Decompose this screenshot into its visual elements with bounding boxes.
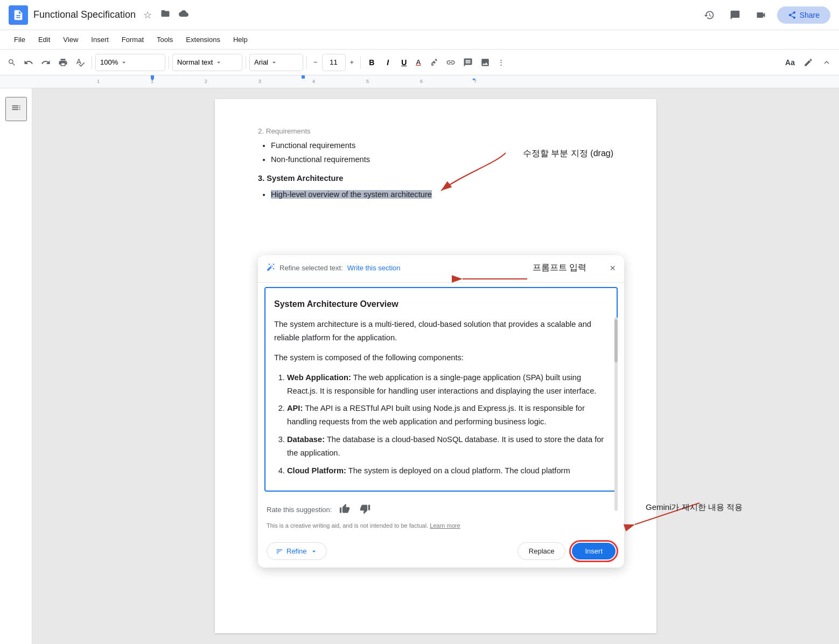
replace-button[interactable]: Replace bbox=[518, 542, 566, 560]
toolbar-right: Aa bbox=[782, 54, 835, 71]
history-button[interactable] bbox=[700, 5, 719, 25]
wand-icon bbox=[267, 262, 275, 276]
refine-dropdown-button[interactable]: Refine bbox=[267, 542, 327, 560]
spell-check-button[interactable] bbox=[72, 54, 88, 71]
rating-label: Rate this suggestion: bbox=[267, 505, 332, 516]
spellcheck-right-button[interactable]: Aa bbox=[782, 54, 798, 71]
svg-text:4: 4 bbox=[312, 79, 315, 84]
svg-rect-0 bbox=[0, 75, 839, 86]
sep2 bbox=[169, 56, 169, 69]
text-style-dropdown[interactable]: Normal text bbox=[172, 54, 242, 71]
ai-list: Web Application: The web application is … bbox=[274, 371, 608, 478]
outline-button[interactable] bbox=[5, 97, 27, 121]
annotation-apply: Gemini가 제시한 내용 적용 bbox=[646, 501, 743, 514]
action-bar: Refine Replace Insert bbox=[258, 538, 624, 568]
zoom-dropdown[interactable]: 100% bbox=[95, 54, 165, 71]
rating-row: Rate this suggestion: bbox=[267, 501, 616, 519]
ai-content-box[interactable]: System Architecture Overview The system … bbox=[264, 287, 618, 492]
scroll-bar bbox=[614, 317, 618, 511]
learn-more-link[interactable]: Learn more bbox=[430, 522, 460, 529]
share-button[interactable]: Share bbox=[777, 6, 830, 24]
ai-panel: Refine selected text: Write this section bbox=[258, 255, 624, 568]
menu-format[interactable]: Format bbox=[116, 33, 149, 46]
svg-rect-10 bbox=[302, 75, 305, 79]
menu-edit[interactable]: Edit bbox=[33, 33, 55, 46]
annotation-prompt: 프롬프트 입력 bbox=[533, 261, 586, 275]
redo-button[interactable] bbox=[38, 54, 54, 71]
menu-file[interactable]: File bbox=[9, 33, 31, 46]
font-size-box[interactable]: 11 bbox=[322, 54, 346, 71]
menu-bar: File Edit View Insert Format Tools Exten… bbox=[0, 30, 839, 50]
sep5 bbox=[360, 56, 361, 69]
ai-content-wrapper: System Architecture Overview The system … bbox=[258, 287, 624, 492]
ai-para1: The system architecture is a multi-tiere… bbox=[274, 318, 608, 345]
comments-button[interactable] bbox=[725, 5, 745, 25]
menu-help[interactable]: Help bbox=[228, 33, 253, 46]
thumbs-up-button[interactable] bbox=[337, 501, 352, 519]
increase-font-button[interactable]: + bbox=[347, 54, 358, 71]
ai-list-item-1: Web Application: The web application is … bbox=[287, 371, 608, 398]
highlight-button[interactable] bbox=[425, 54, 442, 71]
thumbs-down-button[interactable] bbox=[358, 501, 373, 519]
ai-list-item-2: API: The API is a RESTful API built usin… bbox=[287, 402, 608, 429]
insert-comment-button[interactable] bbox=[460, 54, 476, 71]
ai-list-item-4: Cloud Platform: The system is deployed o… bbox=[287, 464, 608, 478]
folder-button[interactable] bbox=[158, 6, 172, 23]
font-dropdown[interactable]: Arial bbox=[249, 54, 303, 71]
underline-button[interactable]: U bbox=[396, 55, 411, 70]
insert-button[interactable]: Insert bbox=[572, 543, 616, 559]
text-color-button[interactable]: A bbox=[412, 54, 424, 71]
req-title: 2. Requirements bbox=[258, 127, 311, 135]
cloud-button[interactable] bbox=[177, 6, 191, 23]
ai-list-item-3: Database: The database is a cloud-based … bbox=[287, 433, 608, 460]
doc-title: Functional Specification bbox=[33, 9, 136, 20]
rating-area: Rate this suggestion: This is a creative… bbox=[258, 496, 624, 538]
sep3 bbox=[246, 56, 246, 69]
font-size-label: 11 bbox=[330, 58, 337, 66]
svg-text:3: 3 bbox=[258, 79, 261, 84]
highlighted-text: High-level overview of the system archit… bbox=[271, 190, 432, 199]
arrow-drag bbox=[420, 142, 516, 207]
arrow-apply bbox=[603, 492, 710, 535]
refine-bar: Refine selected text: Write this section bbox=[258, 255, 624, 283]
doc-icon bbox=[9, 5, 28, 25]
refine-label: Refine selected text: bbox=[279, 263, 343, 274]
sep1 bbox=[92, 56, 92, 69]
menu-extensions[interactable]: Extensions bbox=[180, 33, 226, 46]
scroll-thumb[interactable] bbox=[614, 319, 618, 362]
ruler: 1 1 2 3 4 5 6 7 bbox=[0, 75, 839, 88]
link-button[interactable] bbox=[443, 54, 459, 71]
menu-tools[interactable]: Tools bbox=[151, 33, 178, 46]
video-button[interactable] bbox=[751, 5, 771, 25]
decrease-font-button[interactable]: − bbox=[310, 54, 321, 71]
title-left: Functional Specification ☆ bbox=[9, 5, 191, 25]
close-panel-button[interactable]: × bbox=[610, 263, 616, 274]
svg-text:5: 5 bbox=[366, 79, 369, 84]
sep4 bbox=[306, 56, 307, 69]
bold-button[interactable]: B bbox=[364, 55, 379, 70]
collapse-button[interactable] bbox=[819, 54, 835, 71]
star-button[interactable]: ☆ bbox=[141, 7, 154, 23]
search-button[interactable] bbox=[4, 54, 19, 71]
svg-rect-9 bbox=[151, 75, 154, 79]
ai-heading: System Architecture Overview bbox=[274, 297, 608, 311]
italic-button[interactable]: I bbox=[380, 55, 395, 70]
disclaimer: This is a creative writing aid, and is n… bbox=[267, 519, 616, 535]
sidebar-left bbox=[0, 88, 32, 644]
title-icons: ☆ bbox=[141, 6, 191, 23]
menu-view[interactable]: View bbox=[58, 33, 83, 46]
title-bar: Functional Specification ☆ Share bbox=[0, 0, 839, 30]
svg-text:6: 6 bbox=[420, 79, 423, 84]
svg-text:1: 1 bbox=[97, 79, 100, 84]
insert-image-button[interactable] bbox=[477, 54, 493, 71]
print-button[interactable] bbox=[55, 54, 71, 71]
menu-insert[interactable]: Insert bbox=[86, 33, 114, 46]
toolbar: 100% Normal text Arial − 11 + B I U A ⋮ … bbox=[0, 50, 839, 75]
pen-button[interactable] bbox=[800, 54, 816, 71]
share-label: Share bbox=[800, 11, 820, 19]
refine-link[interactable]: Write this section bbox=[347, 263, 401, 274]
more-options-button[interactable]: ⋮ bbox=[494, 54, 508, 71]
page: 2. Requirements Functional requirements … bbox=[215, 99, 656, 633]
undo-button[interactable] bbox=[20, 54, 37, 71]
title-right: Share bbox=[700, 5, 830, 25]
